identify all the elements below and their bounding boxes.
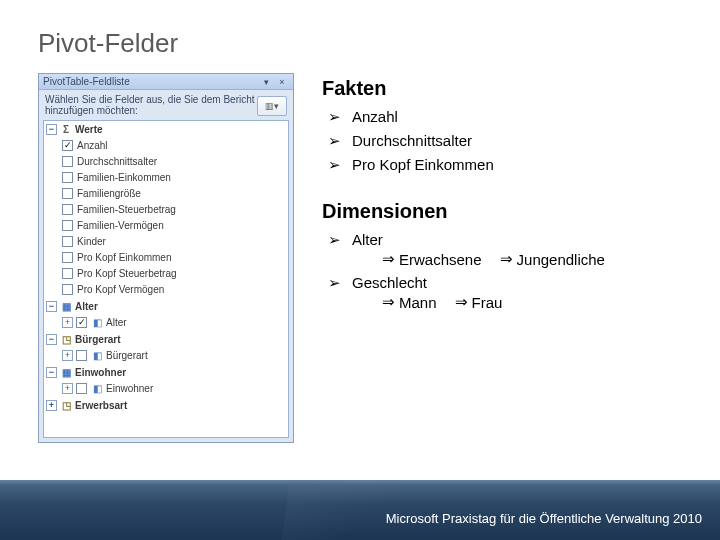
- slide-title: Pivot-Felder: [0, 0, 720, 67]
- panel-menu-dropdown-icon[interactable]: ▾: [259, 76, 273, 88]
- layout-options-button[interactable]: ▥ ▾: [257, 96, 287, 116]
- facts-heading: Fakten: [322, 77, 720, 100]
- field-item[interactable]: Durchschnittsalter: [44, 153, 288, 169]
- field-checkbox[interactable]: [76, 350, 87, 361]
- field-group: −▦Alter+◧Alter: [44, 298, 288, 331]
- group-type-icon: ◳: [60, 400, 72, 411]
- field-label: Durchschnittsalter: [77, 156, 288, 167]
- field-group-header[interactable]: −◳Bürgerart: [44, 332, 288, 347]
- bullet-icon: ➢: [328, 231, 342, 249]
- expand-toggle-icon[interactable]: +: [62, 317, 73, 328]
- field-item[interactable]: Familien-Einkommen: [44, 169, 288, 185]
- implies-icon: ⇒: [455, 293, 468, 311]
- hierarchy-icon: ◧: [91, 383, 103, 394]
- field-checkbox[interactable]: [62, 252, 73, 263]
- field-checkbox[interactable]: [62, 284, 73, 295]
- footer-text: Microsoft Praxistag für die Öffentliche …: [386, 511, 702, 526]
- implies-icon: ⇒: [500, 250, 513, 268]
- bullet-icon: ➢: [328, 156, 342, 174]
- fact-bullet: ➢Durchschnittsalter: [328, 132, 720, 150]
- field-checkbox[interactable]: [62, 220, 73, 231]
- bullet-icon: ➢: [328, 132, 342, 150]
- field-label: Bürgerart: [106, 350, 288, 361]
- facts-list: ➢Anzahl➢Durchschnittsalter➢Pro Kopf Eink…: [328, 108, 720, 174]
- field-group-header[interactable]: +◳Erwerbsart: [44, 398, 288, 413]
- field-label: Alter: [106, 317, 288, 328]
- pivot-field-list-panel: PivotTable-Feldliste ▾ × Wählen Sie die …: [38, 73, 294, 443]
- field-item[interactable]: Familiengröße: [44, 185, 288, 201]
- close-icon[interactable]: ×: [275, 76, 289, 88]
- dimension-member: ⇒Jungendliche: [500, 250, 605, 268]
- field-checkbox[interactable]: [62, 236, 73, 247]
- field-checkbox[interactable]: [62, 172, 73, 183]
- field-item[interactable]: Familien-Vermögen: [44, 217, 288, 233]
- field-group-header[interactable]: −ΣWerte: [44, 122, 288, 137]
- dimension-members: ⇒Erwachsene⇒Jungendliche: [382, 250, 605, 268]
- field-checkbox[interactable]: [62, 188, 73, 199]
- field-item[interactable]: Kinder: [44, 233, 288, 249]
- fact-label: Durchschnittsalter: [352, 132, 472, 149]
- field-label: Familien-Vermögen: [77, 220, 288, 231]
- fact-bullet: ➢Pro Kopf Einkommen: [328, 156, 720, 174]
- field-group-header[interactable]: −▦Alter: [44, 299, 288, 314]
- member-label: Frau: [472, 294, 503, 311]
- field-checkbox[interactable]: [76, 317, 87, 328]
- group-label: Einwohner: [75, 367, 288, 378]
- field-label: Kinder: [77, 236, 288, 247]
- bullet-icon: ➢: [328, 108, 342, 126]
- field-label: Familien-Steuerbetrag: [77, 204, 288, 215]
- expand-toggle-icon[interactable]: −: [46, 124, 57, 135]
- field-item[interactable]: +◧Einwohner: [44, 380, 288, 396]
- field-label: Pro Kopf Einkommen: [77, 252, 288, 263]
- field-group: +◳Erwerbsart: [44, 397, 288, 414]
- bullet-icon: ➢: [328, 274, 342, 292]
- fact-label: Pro Kopf Einkommen: [352, 156, 494, 173]
- field-group: −ΣWerteAnzahlDurchschnittsalterFamilien-…: [44, 121, 288, 298]
- field-checkbox[interactable]: [62, 156, 73, 167]
- dimension-member: ⇒Erwachsene: [382, 250, 482, 268]
- field-group: −◳Bürgerart+◧Bürgerart: [44, 331, 288, 364]
- dimension-member: ⇒Frau: [455, 293, 503, 311]
- field-item[interactable]: +◧Alter: [44, 314, 288, 330]
- panel-header: PivotTable-Feldliste ▾ ×: [39, 74, 293, 90]
- member-label: Jungendliche: [517, 251, 605, 268]
- field-label: Pro Kopf Vermögen: [77, 284, 288, 295]
- field-item[interactable]: Familien-Steuerbetrag: [44, 201, 288, 217]
- dimension-member: ⇒Mann: [382, 293, 437, 311]
- expand-toggle-icon[interactable]: +: [62, 350, 73, 361]
- instruction-row: Wählen Sie die Felder aus, die Sie dem B…: [39, 90, 293, 118]
- field-checkbox[interactable]: [62, 204, 73, 215]
- group-label: Werte: [75, 124, 288, 135]
- group-type-icon: ▦: [60, 301, 72, 312]
- dimension-name: Geschlecht: [352, 274, 502, 291]
- dimension-name: Alter: [352, 231, 605, 248]
- expand-toggle-icon[interactable]: −: [46, 334, 57, 345]
- field-group: −▦Einwohner+◧Einwohner: [44, 364, 288, 397]
- panel-title: PivotTable-Feldliste: [43, 76, 257, 87]
- expand-toggle-icon[interactable]: −: [46, 367, 57, 378]
- field-item[interactable]: Pro Kopf Einkommen: [44, 249, 288, 265]
- hierarchy-icon: ◧: [91, 350, 103, 361]
- field-checkbox[interactable]: [76, 383, 87, 394]
- field-label: Familien-Einkommen: [77, 172, 288, 183]
- implies-icon: ⇒: [382, 293, 395, 311]
- group-label: Erwerbsart: [75, 400, 288, 411]
- field-checkbox[interactable]: [62, 268, 73, 279]
- field-list-area[interactable]: −ΣWerteAnzahlDurchschnittsalterFamilien-…: [43, 120, 289, 438]
- field-item[interactable]: Pro Kopf Steuerbetrag: [44, 265, 288, 281]
- field-item[interactable]: Anzahl: [44, 137, 288, 153]
- expand-toggle-icon[interactable]: +: [62, 383, 73, 394]
- dimensions-list: ➢Alter⇒Erwachsene⇒Jungendliche➢Geschlech…: [328, 231, 720, 311]
- expand-toggle-icon[interactable]: −: [46, 301, 57, 312]
- field-group-header[interactable]: −▦Einwohner: [44, 365, 288, 380]
- right-column: Fakten ➢Anzahl➢Durchschnittsalter➢Pro Ko…: [322, 73, 720, 443]
- field-item[interactable]: Pro Kopf Vermögen: [44, 281, 288, 297]
- field-item[interactable]: +◧Bürgerart: [44, 347, 288, 363]
- group-label: Alter: [75, 301, 288, 312]
- footer-decorative-image: [282, 480, 479, 540]
- group-type-icon: ◳: [60, 334, 72, 345]
- field-checkbox[interactable]: [62, 140, 73, 151]
- group-type-icon: ▦: [60, 367, 72, 378]
- field-label: Familiengröße: [77, 188, 288, 199]
- expand-toggle-icon[interactable]: +: [46, 400, 57, 411]
